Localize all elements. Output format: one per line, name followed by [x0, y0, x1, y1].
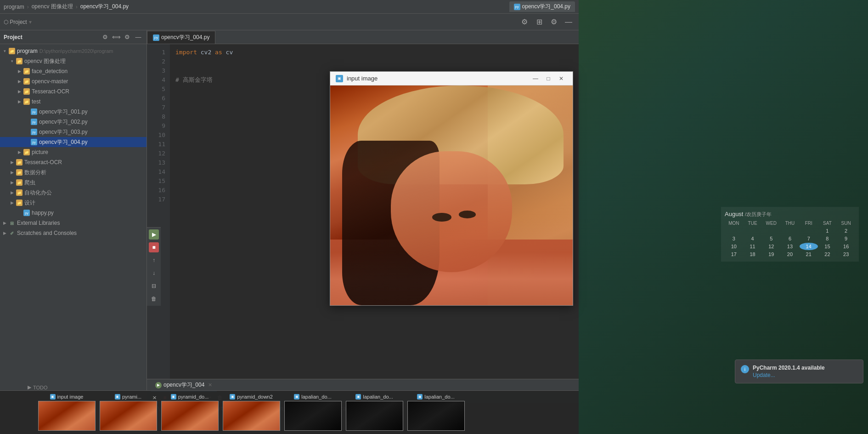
run-side-btn-1[interactable]: ↑ [149, 255, 159, 265]
taskbar-lapalian-1[interactable]: ▣ lapalian_do... [283, 394, 343, 431]
taskbar-close-pyrami[interactable]: ✕ [151, 394, 158, 401]
taskbar-pyramid-down2[interactable]: ▣ pyramid_down2 [221, 394, 281, 431]
spacer-5 [17, 210, 22, 216]
py-icon-5: py [23, 210, 30, 216]
py-icon-3: py [31, 129, 37, 135]
thumb-lena-3 [162, 401, 218, 430]
window-minimize-button[interactable]: — [530, 74, 541, 84]
run-side-btn-4[interactable]: 🗑 [149, 294, 159, 304]
config-icon[interactable]: ⚙ [547, 16, 560, 29]
tree-item-opencv-img[interactable]: ▾ 📁 opencv 图像处理 [0, 56, 147, 66]
tree-label-program: program [17, 48, 38, 54]
sidebar-expand-icon[interactable]: ⟺ [112, 33, 121, 42]
tree-item-file-003[interactable]: py opencv学习_003.py [0, 127, 147, 137]
tree-label-picture: picture [32, 149, 48, 155]
taskbar-thumb-3 [161, 401, 219, 431]
tree-label-data: 数据分析 [24, 169, 46, 177]
taskbar-lapalian-3[interactable]: ▣ lapalian_do... [406, 394, 466, 431]
cal-day-16: 16 [837, 243, 855, 250]
tree-item-opencv-master[interactable]: ▶ 📁 opencv-master [0, 76, 147, 86]
cal-day-11: 11 [744, 243, 762, 250]
cal-header-tue: TUE [744, 220, 762, 227]
lena-image [330, 86, 573, 305]
taskbar-text-7: lapalian_do... [424, 394, 454, 400]
title-tab-file[interactable]: py opencv学习_004.py [509, 1, 575, 12]
line-numbers: 1 2 3 4 5 6 7 8 9 10 11 12 13 14 15 16 1 [147, 44, 170, 379]
token-comment: # 高斯金字塔 [175, 75, 213, 85]
tree-label-design: 设计 [24, 199, 35, 207]
taskbar-pyrami[interactable]: ▣ pyrami... ✕ [98, 394, 158, 431]
cal-header-sun: SUN [837, 220, 855, 227]
tree-item-scratches[interactable]: ▶ ✐ Scratches and Consoles [0, 228, 147, 238]
cal-day-empty-3 [762, 227, 780, 234]
line-num-5: 5 [149, 85, 168, 94]
tree-item-file-001[interactable]: py opencv学习_001.py [0, 107, 147, 117]
tree-item-picture[interactable]: ▶ 📁 picture [0, 147, 147, 157]
cal-day-2: 2 [837, 227, 855, 234]
run-tab-close[interactable]: ✕ [208, 382, 212, 388]
arrow-down-icon: ▾ [2, 48, 7, 54]
sidebar-minus-icon[interactable]: — [134, 33, 143, 42]
tree-item-face-detection[interactable]: ▶ 📁 face_detection [0, 66, 147, 76]
tree-item-happy[interactable]: py happy.py [0, 208, 147, 218]
folder-icon-7: 📁 [23, 149, 30, 155]
tree-item-file-002[interactable]: py opencv学习_002.py [0, 117, 147, 127]
taskbar-pyramid-do[interactable]: ▣ pyramid_do... [160, 394, 220, 431]
layout-icon[interactable]: ⊞ [533, 16, 546, 29]
tree-item-design[interactable]: ▶ 📁 设计 [0, 198, 147, 208]
folder-icon-12: 📁 [16, 200, 23, 206]
folder-icon-8: 📁 [16, 159, 23, 166]
tree-label-test: test [32, 98, 40, 105]
tree-item-tesseract2[interactable]: ▶ 📁 Tesseract-OCR [0, 157, 147, 167]
sidebar-gear-icon[interactable]: ⚙ [123, 33, 132, 42]
cal-day-10: 10 [725, 243, 743, 250]
project-sidebar: Project ⚙ ⟺ ⚙ — ▾ 📁 program D:\python\py… [0, 30, 147, 434]
arrow-right-icon: ▶ [17, 69, 22, 74]
run-side-btn-2[interactable]: ↓ [149, 268, 159, 278]
project-label: ⬡ Project [4, 19, 27, 25]
window-maximize-button[interactable]: □ [542, 74, 554, 84]
tab-file-label: opencv学习_004.py [161, 34, 209, 41]
tree-item-ext-libs[interactable]: ▶ ⊞ External Libraries [0, 218, 147, 228]
thumb-dark-3 [408, 401, 464, 430]
folder-icon-3: 📁 [23, 68, 30, 74]
taskbar-text-3: pyramid_do... [178, 394, 209, 400]
tree-item-program[interactable]: ▾ 📁 program D:\python\pycharm2020\progra… [0, 46, 147, 56]
tree-item-data-analysis[interactable]: ▶ 📁 数据分析 [0, 167, 147, 177]
cal-day-23: 23 [837, 251, 855, 258]
arrow-right-icon-9: ▶ [9, 190, 15, 195]
tree-item-test[interactable]: ▶ 📁 test [0, 97, 147, 107]
taskbar-thumb-4 [223, 401, 280, 431]
tree-item-automation[interactable]: ▶ 📁 自动化办公 [0, 188, 147, 198]
editor-tab-active[interactable]: py opencv学习_004.py [147, 31, 215, 44]
window-close-button[interactable]: ✕ [555, 74, 567, 84]
token-import: import [175, 48, 201, 57]
tree-item-crawl[interactable]: ▶ 📁 爬虫 [0, 177, 147, 188]
run-side-btn-3[interactable]: ⊟ [149, 281, 159, 291]
cal-day-3: 3 [725, 235, 743, 242]
cal-day-empty-4 [781, 227, 799, 234]
sidebar-settings-icon[interactable]: ⚙ [101, 33, 110, 42]
notification-update-link[interactable]: Update... [753, 372, 857, 378]
tree-label-001: opencv学习_001.py [39, 108, 87, 116]
run-red-button[interactable]: ■ [149, 242, 159, 252]
minimize-icon[interactable]: — [562, 16, 575, 29]
run-tab-label: opencv学习_004 [163, 381, 204, 389]
settings-gear-icon[interactable]: ⚙ [518, 16, 531, 29]
cal-day-6: 6 [781, 235, 799, 242]
tree-label-scratches: Scratches and Consoles [17, 230, 77, 236]
spacer-1 [24, 109, 29, 114]
lena-eye-right [459, 211, 476, 218]
tree-item-tesseract[interactable]: ▶ 📁 Tesseract-OCR [0, 86, 147, 97]
tree-label-opencv-master: opencv-master [32, 78, 68, 85]
calendar-month: August [725, 211, 743, 217]
taskbar-input-image[interactable]: ▣ input image [37, 394, 96, 431]
taskbar-thumb-5 [284, 401, 342, 431]
todo-arrow-icon: ▶ [28, 384, 31, 390]
tree-label-face: face_detection [32, 68, 68, 74]
run-tab[interactable]: ▶ opencv学习_004 ✕ [151, 380, 217, 392]
taskbar-lapalian-2[interactable]: ▣ lapalian_do... [344, 394, 404, 431]
tree-item-file-004[interactable]: py opencv学习_004.py [0, 137, 147, 147]
run-green-button[interactable]: ▶ [149, 229, 159, 240]
line-num-1: 1 [149, 48, 168, 57]
